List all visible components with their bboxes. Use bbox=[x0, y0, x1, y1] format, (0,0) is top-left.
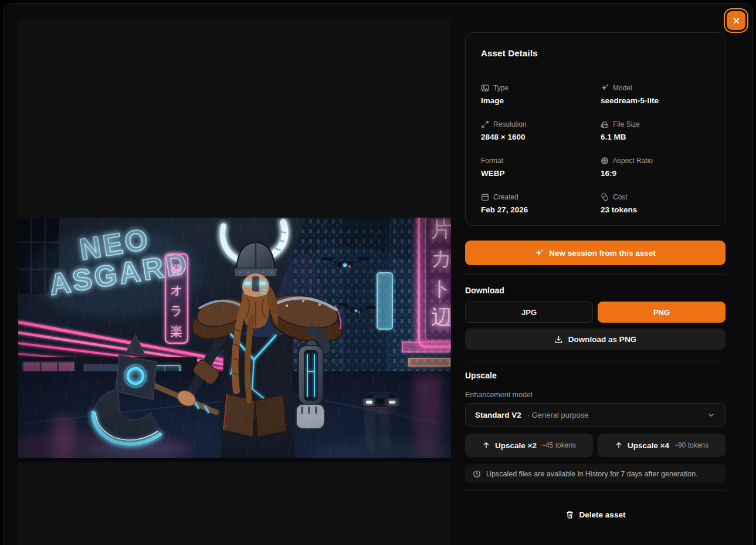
delete-asset-button[interactable]: Delete asset bbox=[565, 504, 626, 525]
harddrive-icon bbox=[601, 120, 609, 128]
field-cost: Cost 23 tokens bbox=[601, 193, 710, 214]
arrow-up-icon bbox=[615, 441, 623, 449]
asset-image: NEO ASGARD 発 オ ラ 楽 bbox=[18, 218, 451, 462]
calendar-icon bbox=[481, 193, 489, 201]
upscale-x4-button[interactable]: Upscale ×4 ~90 tokens bbox=[598, 434, 726, 457]
image-icon bbox=[481, 84, 489, 92]
asset-detail-modal: NEO ASGARD 発 オ ラ 楽 bbox=[4, 3, 753, 545]
download-icon bbox=[554, 335, 563, 344]
download-heading: Download bbox=[465, 286, 726, 295]
coins-icon bbox=[601, 193, 609, 201]
asset-preview-stage: NEO ASGARD 発 オ ラ 楽 bbox=[18, 18, 451, 545]
field-format: Format WEBP bbox=[481, 157, 590, 178]
close-icon bbox=[732, 16, 741, 25]
field-resolution: Resolution 2848 × 1600 bbox=[481, 120, 590, 141]
chevron-down-icon bbox=[707, 411, 716, 419]
arrow-up-icon bbox=[482, 441, 490, 449]
clock-icon bbox=[473, 470, 481, 478]
details-panel: Asset Details Type Image bbox=[465, 4, 726, 545]
enhancement-model-label: Enhancement model bbox=[465, 391, 726, 399]
diagonal-resize-icon bbox=[481, 120, 489, 128]
field-created: Created Feb 27, 2026 bbox=[481, 193, 590, 214]
divider bbox=[465, 274, 726, 275]
delete-row: Delete asset bbox=[465, 504, 726, 525]
sparkles-icon bbox=[601, 84, 609, 92]
vignette bbox=[18, 218, 451, 462]
asset-fields-grid: Type Image Model seedream-5-lite bbox=[481, 84, 710, 214]
enhancement-model-select[interactable]: Standard V2 · General purpose bbox=[465, 403, 726, 426]
model-name: Standard V2 bbox=[475, 411, 521, 419]
divider bbox=[465, 490, 726, 491]
upscale-retention-note: Upscaled files are available in History … bbox=[465, 464, 726, 483]
download-button[interactable]: Download as PNG bbox=[465, 329, 726, 350]
field-aspect-ratio: Aspect Ratio 16:9 bbox=[601, 157, 710, 178]
field-type: Type Image bbox=[481, 84, 590, 105]
sparkles-icon bbox=[535, 249, 544, 258]
circle-crosshair-icon bbox=[601, 157, 609, 165]
format-png-button[interactable]: PNG bbox=[598, 302, 726, 323]
model-description: · General purpose bbox=[527, 411, 589, 419]
upscale-actions: Upscale ×2 ~45 tokens Upscale ×4 ~90 tok… bbox=[465, 434, 726, 457]
upscale-x2-button[interactable]: Upscale ×2 ~45 tokens bbox=[465, 434, 593, 457]
format-toggle: JPG PNG bbox=[465, 302, 726, 323]
asset-details-card: Asset Details Type Image bbox=[465, 32, 726, 226]
close-button[interactable] bbox=[727, 11, 745, 30]
upscale-heading: Upscale bbox=[465, 371, 726, 380]
format-jpg-button[interactable]: JPG bbox=[465, 302, 593, 323]
new-session-button[interactable]: New session from this asset bbox=[465, 241, 726, 265]
divider bbox=[465, 361, 726, 361]
field-model: Model seedream-5-lite bbox=[601, 84, 710, 105]
trash-icon bbox=[565, 510, 574, 519]
card-title: Asset Details bbox=[481, 48, 710, 58]
field-filesize: File Size 6.1 MB bbox=[601, 120, 710, 141]
